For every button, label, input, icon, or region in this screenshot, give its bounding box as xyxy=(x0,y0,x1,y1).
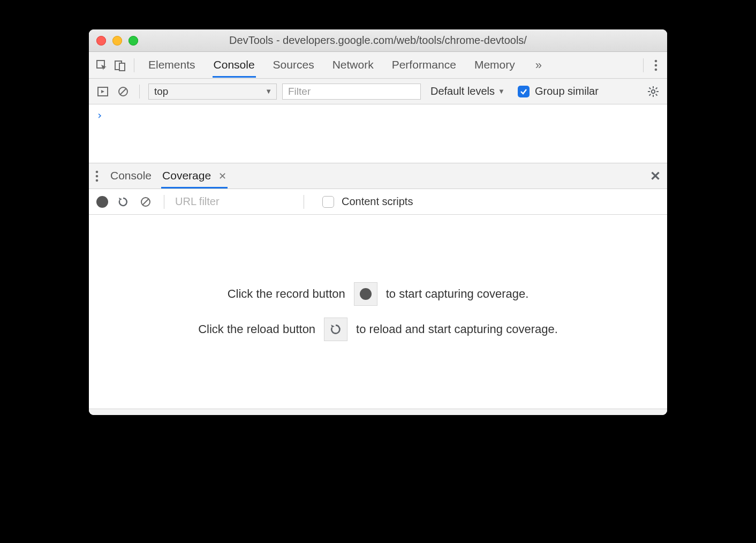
svg-line-16 xyxy=(649,94,651,95)
record-button[interactable] xyxy=(96,196,108,208)
clear-console-icon[interactable] xyxy=(116,84,131,99)
window-footer xyxy=(89,409,667,415)
hint-reload-post: to reload and start capturing coverage. xyxy=(356,322,558,336)
context-selector[interactable]: top ▼ xyxy=(148,84,277,100)
hint-reload: Click the reload button to reload and st… xyxy=(198,318,558,341)
main-tabstrip: Elements Console Sources Network Perform… xyxy=(89,52,667,79)
hint-record: Click the record button to start capturi… xyxy=(228,282,529,306)
svg-line-17 xyxy=(656,87,657,89)
svg-line-8 xyxy=(120,88,126,95)
tabs-overflow-button[interactable]: » xyxy=(532,58,545,72)
svg-point-18 xyxy=(96,170,99,173)
drawer-tab-coverage-label: Coverage xyxy=(162,169,211,182)
svg-line-15 xyxy=(656,94,657,95)
window-title: DevTools - developers.google.com/web/too… xyxy=(89,34,667,47)
console-settings-icon[interactable] xyxy=(646,84,661,99)
svg-point-9 xyxy=(652,89,655,93)
hint-reload-button[interactable] xyxy=(324,318,347,341)
console-body[interactable]: › xyxy=(89,104,667,163)
svg-point-5 xyxy=(655,68,657,71)
content-scripts-checkbox[interactable]: ✓ xyxy=(322,196,334,208)
svg-point-4 xyxy=(655,64,657,66)
tab-sources[interactable]: Sources xyxy=(272,53,315,78)
svg-line-14 xyxy=(649,87,651,89)
record-icon xyxy=(360,288,372,300)
console-toolbar: top ▼ Default levels ▼ Group similar xyxy=(89,79,667,104)
dropdown-triangle-icon: ▼ xyxy=(265,87,272,95)
tab-elements[interactable]: Elements xyxy=(147,53,196,78)
group-similar-label: Group similar xyxy=(535,85,599,97)
main-tabs: Elements Console Sources Network Perform… xyxy=(147,53,637,78)
close-drawer-button[interactable]: ✕ xyxy=(650,169,661,184)
hint-reload-pre: Click the reload button xyxy=(198,322,315,336)
zoom-window-button[interactable] xyxy=(128,36,138,46)
drawer-menu-button[interactable] xyxy=(95,170,101,182)
tab-memory[interactable]: Memory xyxy=(473,53,516,78)
url-filter-input[interactable] xyxy=(175,193,293,210)
coverage-toolbar: ✓ Content scripts xyxy=(89,189,667,215)
log-levels-selector[interactable]: Default levels ▼ xyxy=(430,85,505,97)
dropdown-triangle-icon: ▼ xyxy=(498,87,505,95)
inspect-element-icon[interactable] xyxy=(94,58,109,73)
divider xyxy=(134,58,134,72)
clear-coverage-icon[interactable] xyxy=(138,194,153,209)
svg-point-3 xyxy=(655,59,657,62)
context-value: top xyxy=(154,86,168,97)
settings-menu-button[interactable] xyxy=(650,59,662,71)
divider xyxy=(304,195,304,209)
devtools-window: DevTools - developers.google.com/web/too… xyxy=(89,29,667,415)
drawer-tabstrip: Console Coverage ✕ ✕ xyxy=(89,163,667,189)
hint-record-button[interactable] xyxy=(354,282,377,306)
coverage-empty-state: Click the record button to start capturi… xyxy=(89,215,667,409)
divider xyxy=(139,85,140,99)
divider xyxy=(643,58,644,72)
drawer-tab-coverage[interactable]: Coverage ✕ xyxy=(161,164,228,188)
tab-network[interactable]: Network xyxy=(331,53,375,78)
minimize-window-button[interactable] xyxy=(112,36,122,46)
close-tab-icon[interactable]: ✕ xyxy=(218,171,226,182)
drawer-tab-console[interactable]: Console xyxy=(109,164,153,188)
console-filter-input[interactable] xyxy=(282,84,421,100)
tab-performance[interactable]: Performance xyxy=(391,53,457,78)
svg-line-22 xyxy=(142,199,149,205)
tab-console[interactable]: Console xyxy=(213,53,256,78)
svg-point-19 xyxy=(96,175,99,177)
content-scripts-label: Content scripts xyxy=(342,195,413,208)
console-prompt: › xyxy=(96,109,103,122)
close-window-button[interactable] xyxy=(96,36,106,46)
log-levels-label: Default levels xyxy=(430,85,495,97)
hint-record-pre: Click the record button xyxy=(228,287,345,301)
group-similar-checkbox[interactable] xyxy=(518,86,530,97)
toggle-device-icon[interactable] xyxy=(112,58,127,73)
window-controls xyxy=(89,36,138,46)
svg-rect-2 xyxy=(119,63,125,71)
hint-record-post: to start capturing coverage. xyxy=(386,287,529,301)
toggle-sidebar-icon[interactable] xyxy=(95,84,110,99)
divider xyxy=(164,195,164,209)
titlebar: DevTools - developers.google.com/web/too… xyxy=(89,29,667,52)
reload-button[interactable] xyxy=(116,194,131,209)
svg-point-20 xyxy=(96,179,99,182)
reload-icon xyxy=(329,323,342,336)
